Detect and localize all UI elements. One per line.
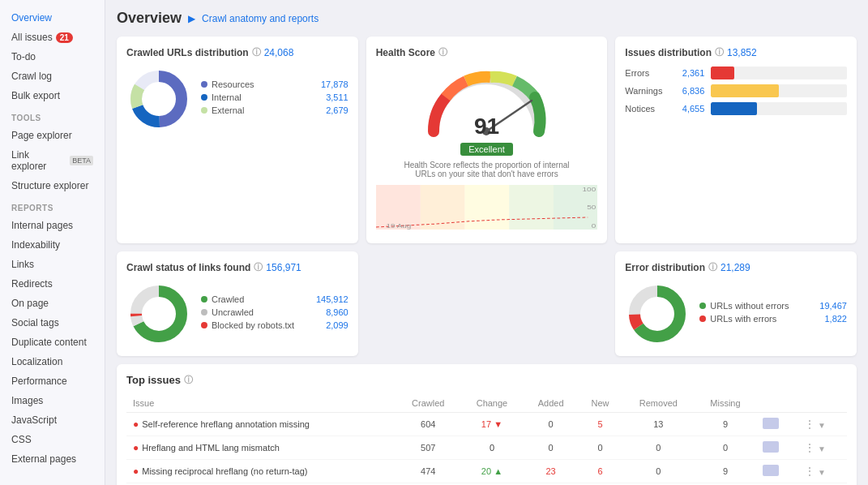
sidebar-label-external-pages: External pages xyxy=(11,453,76,465)
sidebar-label-bulk-export: Bulk export xyxy=(11,90,60,101)
sidebar: Overview All issues 21 To-do Crawl log B… xyxy=(0,0,105,485)
page-title: Overview xyxy=(117,10,182,27)
health-score-info-icon: ⓘ xyxy=(438,46,447,58)
sidebar-label-internal-pages: Internal pages xyxy=(11,220,73,231)
notices-bar-track xyxy=(711,102,847,115)
notices-value: 4,655 xyxy=(676,104,704,114)
errors-value: 2,361 xyxy=(676,68,704,78)
sidebar-item-on-page[interactable]: On page xyxy=(0,294,105,313)
chevron-down-icon[interactable]: ▼ xyxy=(818,444,826,453)
crawl-status-title: Crawl status of links found ⓘ 156,971 xyxy=(126,261,348,273)
issue-label: ●Self-reference hreflang annotation miss… xyxy=(126,413,396,436)
svg-rect-8 xyxy=(420,185,464,230)
sidebar-item-crawl-log[interactable]: Crawl log xyxy=(0,67,105,86)
table-row: ●Self-reference hreflang annotation miss… xyxy=(126,413,847,436)
legend-resources: Resources 17,878 xyxy=(201,79,348,89)
sidebar-item-page-explorer[interactable]: Page explorer xyxy=(0,126,105,145)
sidebar-item-overview[interactable]: Overview xyxy=(0,8,105,28)
issue-crawled: 474 xyxy=(396,460,460,483)
top-cards-row: Crawled URLs distribution ⓘ 24,068 Resou… xyxy=(117,36,857,243)
sidebar-item-duplicate-content[interactable]: Duplicate content xyxy=(0,333,105,352)
chevron-down-icon[interactable]: ▼ xyxy=(818,468,826,477)
issue-new: 0 xyxy=(579,436,622,460)
top-issues-card: Top issues ⓘ Issue Crawled Change Added … xyxy=(117,364,857,485)
sidebar-label-redirects: Redirects xyxy=(11,278,53,290)
issue-actions[interactable]: ⋮ ▼ xyxy=(797,413,847,436)
issue-bar-cell xyxy=(756,460,797,483)
sidebar-item-performance[interactable]: Performance xyxy=(0,371,105,391)
warnings-bar-track xyxy=(711,84,847,97)
sidebar-item-social-tags[interactable]: Social tags xyxy=(0,313,105,333)
sidebar-item-bulk-export[interactable]: Bulk export xyxy=(0,86,105,105)
col-missing: Missing xyxy=(695,394,756,413)
sidebar-label-overview: Overview xyxy=(11,12,52,24)
col-actions2 xyxy=(797,394,847,413)
sidebar-label-performance: Performance xyxy=(11,376,67,387)
top-issues-info-icon: ⓘ xyxy=(184,374,193,386)
sidebar-label-link-explorer: Link explorer xyxy=(11,149,66,172)
issue-missing: 0 xyxy=(695,436,756,460)
action-dots-icon[interactable]: ⋮ xyxy=(804,441,815,454)
warnings-bar-fill xyxy=(711,84,779,97)
sidebar-item-localization[interactable]: Localization xyxy=(0,352,105,371)
error-dist-donut xyxy=(625,281,690,346)
sidebar-item-internal-pages[interactable]: Internal pages xyxy=(0,216,105,235)
sidebar-label-todo: To-do xyxy=(11,51,36,62)
health-badge: Excellent xyxy=(460,143,513,156)
sidebar-label-page-explorer: Page explorer xyxy=(11,130,72,141)
beta-badge: BETA xyxy=(70,156,93,165)
error-distribution-title: Error distribution ⓘ 21,289 xyxy=(625,261,847,273)
health-score-content: 91 Excellent Health Score reflects the p… xyxy=(376,67,598,234)
sidebar-item-css[interactable]: CSS xyxy=(0,430,105,449)
sparkline-svg: 100 50 0 19 Aug xyxy=(376,185,598,230)
sidebar-item-link-explorer[interactable]: Link explorer BETA xyxy=(0,145,105,176)
action-dots-icon[interactable]: ⋮ xyxy=(804,418,815,431)
sidebar-item-javascript[interactable]: JavaScript xyxy=(0,410,105,430)
sidebar-item-all-issues[interactable]: All issues 21 xyxy=(0,28,105,47)
issues-dist-info-icon: ⓘ xyxy=(715,46,724,58)
action-dots-icon[interactable]: ⋮ xyxy=(804,465,815,478)
gauge-container: 91 xyxy=(421,67,551,139)
legend-uncrawled: Uncrawled 8,960 xyxy=(201,307,348,317)
sidebar-item-indexability[interactable]: Indexability xyxy=(0,235,105,255)
sidebar-item-structure-explorer[interactable]: Structure explorer xyxy=(0,176,105,195)
svg-text:0: 0 xyxy=(591,222,596,230)
legend-with-errors: URLs with errors 1,822 xyxy=(699,314,847,324)
all-issues-badge: 21 xyxy=(56,32,73,43)
errors-label: Errors xyxy=(625,68,669,78)
chevron-down-icon[interactable]: ▼ xyxy=(818,421,826,430)
issue-added: 23 xyxy=(524,460,579,483)
issue-new: 5 xyxy=(579,413,622,436)
sidebar-label-localization: Localization xyxy=(11,356,62,367)
issue-actions[interactable]: ⋮ ▼ xyxy=(797,460,847,483)
table-header: Issue Crawled Change Added New Removed M… xyxy=(126,394,847,413)
issues-notices-row: Notices 4,655 xyxy=(625,102,847,115)
breadcrumb-link[interactable]: Crawl anatomy and reports xyxy=(202,13,319,24)
table-row: ●Hreflang and HTML lang mismatch 507 0 0… xyxy=(126,436,847,460)
col-issue: Issue xyxy=(126,394,396,413)
sidebar-item-external-pages[interactable]: External pages xyxy=(0,449,105,469)
svg-rect-10 xyxy=(509,185,554,230)
issue-missing: 9 xyxy=(695,413,756,436)
sidebar-label-social-tags: Social tags xyxy=(11,317,59,328)
sidebar-item-links[interactable]: Links xyxy=(0,255,105,274)
sidebar-label-all-issues: All issues xyxy=(11,32,53,43)
sidebar-label-images: Images xyxy=(11,395,43,406)
sidebar-item-redirects[interactable]: Redirects xyxy=(0,274,105,294)
issue-mini-bar xyxy=(763,418,779,429)
issue-mini-bar xyxy=(763,441,779,453)
legend-external: External 2,679 xyxy=(201,105,348,115)
crawled-urls-title: Crawled URLs distribution ⓘ 24,068 xyxy=(126,46,348,58)
sidebar-label-links: Links xyxy=(11,259,34,270)
svg-rect-9 xyxy=(464,185,509,230)
sidebar-item-todo[interactable]: To-do xyxy=(0,47,105,67)
sidebar-label-duplicate-content: Duplicate content xyxy=(11,337,87,348)
issue-error-icon: ● xyxy=(133,466,139,477)
issue-crawled: 604 xyxy=(396,413,460,436)
issue-change: 17 ▼ xyxy=(460,413,523,436)
col-added: Added xyxy=(524,394,579,413)
empty-middle-card xyxy=(366,251,608,356)
issue-actions[interactable]: ⋮ ▼ xyxy=(797,436,847,460)
sidebar-item-images[interactable]: Images xyxy=(0,391,105,410)
health-score-title: Health Score ⓘ xyxy=(376,46,598,58)
